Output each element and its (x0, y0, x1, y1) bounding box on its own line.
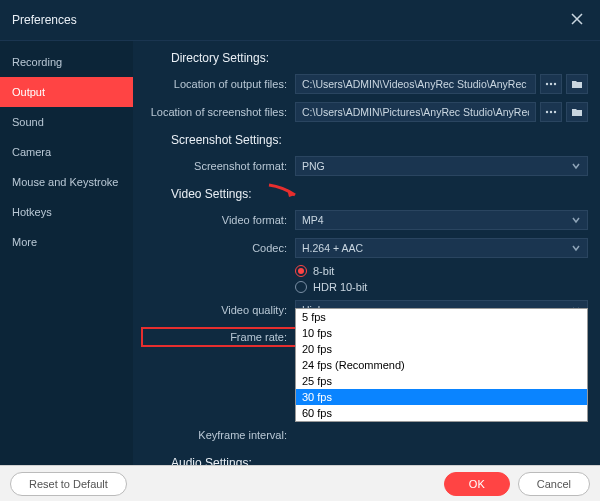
body: Recording Output Sound Camera Mouse and … (0, 41, 600, 476)
titlebar: Preferences (0, 0, 600, 41)
radio-icon (295, 281, 307, 293)
close-icon (570, 12, 584, 26)
frame-rate-option[interactable]: 60 fps (296, 405, 587, 421)
svg-point-2 (554, 83, 556, 85)
output-location-input[interactable] (295, 74, 536, 94)
frame-rate-option[interactable]: 30 fps (296, 389, 587, 405)
ok-button[interactable]: OK (444, 472, 510, 496)
row-output-location: Location of output files: (141, 73, 588, 95)
screenshot-location-label: Location of screenshot files: (141, 106, 295, 118)
sidebar-item-recording[interactable]: Recording (0, 47, 133, 77)
window-title: Preferences (12, 13, 77, 27)
more-icon (545, 106, 557, 118)
annotation-arrow-icon (265, 181, 305, 207)
video-quality-label: Video quality: (141, 304, 295, 316)
section-video-title: Video Settings: (171, 187, 588, 201)
video-codec-label: Codec: (141, 242, 295, 254)
screenshot-open-folder-button[interactable] (566, 102, 588, 122)
bit-depth-radio-group: 8-bit HDR 10-bit (295, 265, 367, 293)
output-location-label: Location of output files: (141, 78, 295, 90)
svg-point-3 (546, 111, 548, 113)
frame-rate-option[interactable]: 25 fps (296, 373, 587, 389)
row-screenshot-format: Screenshot format: PNG (141, 155, 588, 177)
screenshot-more-button[interactable] (540, 102, 562, 122)
frame-rate-option[interactable]: 5 fps (296, 309, 587, 325)
video-codec-select[interactable]: H.264 + AAC (295, 238, 588, 258)
chevron-down-icon (571, 161, 581, 171)
more-icon (545, 78, 557, 90)
frame-rate-label: Frame rate: (141, 327, 295, 347)
frame-rate-dropdown[interactable]: 5 fps10 fps20 fps24 fps (Recommend)25 fp… (295, 308, 588, 422)
section-screenshot-title: Screenshot Settings: (171, 133, 588, 147)
row-screenshot-location: Location of screenshot files: (141, 101, 588, 123)
output-more-button[interactable] (540, 74, 562, 94)
svg-point-1 (550, 83, 552, 85)
video-format-select[interactable]: MP4 (295, 210, 588, 230)
sidebar-item-sound[interactable]: Sound (0, 107, 133, 137)
radio-8bit[interactable]: 8-bit (295, 265, 367, 277)
row-video-format: Video format: MP4 (141, 209, 588, 231)
svg-point-0 (546, 83, 548, 85)
row-video-codec: Codec: H.264 + AAC (141, 237, 588, 259)
output-open-folder-button[interactable] (566, 74, 588, 94)
frame-rate-option[interactable]: 20 fps (296, 341, 587, 357)
keyframe-interval-label: Keyframe interval: (141, 429, 295, 441)
folder-icon (571, 78, 583, 90)
radio-icon (295, 265, 307, 277)
sidebar-item-output[interactable]: Output (0, 77, 133, 107)
sidebar-item-mouse-keystroke[interactable]: Mouse and Keystroke (0, 167, 133, 197)
sidebar: Recording Output Sound Camera Mouse and … (0, 41, 133, 476)
row-bit-depth: 8-bit HDR 10-bit (141, 265, 588, 293)
video-format-label: Video format: (141, 214, 295, 226)
screenshot-format-select[interactable]: PNG (295, 156, 588, 176)
screenshot-format-label: Screenshot format: (141, 160, 295, 172)
folder-icon (571, 106, 583, 118)
footer: Reset to Default OK Cancel (0, 465, 600, 501)
svg-point-5 (554, 111, 556, 113)
row-keyframe-interval: Keyframe interval: (141, 424, 588, 446)
close-button[interactable] (566, 8, 588, 32)
sidebar-item-more[interactable]: More (0, 227, 133, 257)
settings-panel: Directory Settings: Location of output f… (133, 41, 600, 476)
sidebar-item-camera[interactable]: Camera (0, 137, 133, 167)
svg-point-4 (550, 111, 552, 113)
reset-to-default-button[interactable]: Reset to Default (10, 472, 127, 496)
frame-rate-option[interactable]: 10 fps (296, 325, 587, 341)
radio-hdr10bit[interactable]: HDR 10-bit (295, 281, 367, 293)
section-directory-title: Directory Settings: (171, 51, 588, 65)
chevron-down-icon (571, 243, 581, 253)
frame-rate-option[interactable]: 24 fps (Recommend) (296, 357, 587, 373)
screenshot-location-input[interactable] (295, 102, 536, 122)
chevron-down-icon (571, 215, 581, 225)
cancel-button[interactable]: Cancel (518, 472, 590, 496)
sidebar-item-hotkeys[interactable]: Hotkeys (0, 197, 133, 227)
